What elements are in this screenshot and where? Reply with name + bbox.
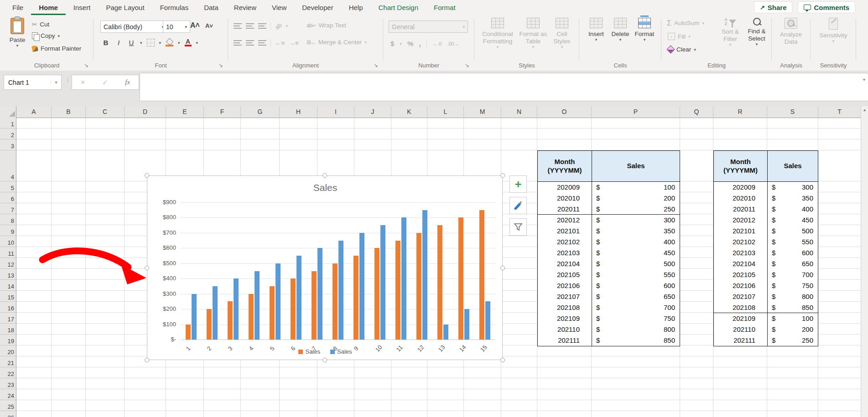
table-row[interactable]: 202104$500 [538, 258, 680, 269]
tab-format[interactable]: Format [426, 0, 463, 15]
chart-bar-orange-8[interactable] [333, 263, 338, 340]
table-row[interactable]: 202107$650 [538, 291, 680, 302]
column-header-O[interactable]: O [537, 106, 592, 118]
format-as-table-button[interactable]: Format as Table ▾ [518, 18, 548, 49]
sales-cell[interactable]: $350 [767, 193, 818, 204]
column-header-K[interactable]: K [391, 106, 427, 118]
table-row[interactable]: 202012$450 [714, 215, 818, 226]
month-cell[interactable]: 202105 [714, 269, 767, 280]
italic-button[interactable]: I [114, 39, 123, 46]
increase-font-button[interactable]: A˄ [190, 21, 200, 30]
table-row[interactable]: 202101$500 [714, 226, 818, 237]
month-cell[interactable]: 202103 [714, 247, 767, 258]
row-header-6[interactable]: 6 [0, 192, 16, 203]
month-cell[interactable]: 202110 [714, 324, 767, 335]
month-cell[interactable]: 202108 [538, 302, 592, 313]
table-row[interactable]: 202010$350 [714, 193, 818, 204]
row-header-16[interactable]: 16 [0, 302, 16, 313]
row-header-23[interactable]: 23 [0, 378, 16, 389]
table-row[interactable]: 202103$600 [714, 247, 818, 258]
formula-input[interactable] [140, 73, 868, 101]
fill-button[interactable]: ↓ Fill ▾ [668, 33, 691, 40]
tab-developer[interactable]: Developer [294, 0, 341, 15]
month-cell[interactable]: 202110 [538, 324, 592, 335]
share-button[interactable]: ↗ Share [754, 1, 793, 13]
chart-bar-orange-12[interactable] [416, 233, 421, 340]
chart-legend[interactable]: SalesSales [147, 348, 503, 355]
decrease-font-button[interactable]: A˅ [205, 22, 213, 29]
decrease-decimal-button[interactable]: .00→ [447, 41, 459, 46]
chart-bar-orange-2[interactable] [207, 309, 212, 340]
tab-file[interactable]: File [5, 0, 31, 15]
find-select-button[interactable]: Find & Select ▾ [745, 18, 768, 46]
month-cell[interactable]: 202010 [538, 193, 592, 204]
name-box-caret-icon[interactable]: ▾ [51, 80, 61, 85]
table-row[interactable]: 202109$100 [714, 313, 818, 324]
sales-cell[interactable]: $700 [767, 269, 818, 280]
tab-page-layout[interactable]: Page Layout [98, 0, 152, 15]
row-header-8[interactable]: 8 [0, 214, 16, 225]
align-center-icon[interactable] [246, 40, 254, 46]
chart-area[interactable]: Sales SalesSales $-$100$200$300$400$500$… [147, 175, 503, 360]
chart-bar-blue-8[interactable] [338, 241, 343, 340]
align-bottom-icon[interactable] [258, 23, 266, 29]
row-header-1[interactable]: 1 [0, 118, 16, 129]
month-cell[interactable]: 202101 [538, 226, 592, 237]
row-header-26[interactable]: 26 [0, 411, 16, 417]
row-header-11[interactable]: 11 [0, 247, 16, 258]
chart-bar-orange-9[interactable] [353, 256, 359, 340]
sales-cell[interactable]: $200 [767, 324, 818, 335]
row-header-2[interactable]: 2 [0, 129, 16, 139]
increase-decimal-button[interactable]: ←.0 [432, 41, 442, 46]
align-right-icon[interactable] [258, 40, 266, 46]
table-row[interactable]: 202106$600 [538, 280, 680, 291]
sales-cell[interactable]: $600 [592, 280, 680, 291]
paste-button[interactable]: Paste ▾ [6, 18, 28, 47]
row-header-4[interactable]: 4 [0, 150, 16, 181]
column-header-M[interactable]: M [464, 106, 501, 118]
increase-indent-icon[interactable]: →≡ [289, 40, 298, 46]
month-cell[interactable]: 202104 [714, 258, 767, 269]
sales-cell[interactable]: $300 [767, 182, 818, 193]
chart-bar-blue-5[interactable] [275, 263, 281, 340]
percent-button[interactable]: % [407, 40, 413, 47]
format-cells-button[interactable]: Format ▾ [633, 18, 656, 41]
column-header-S[interactable]: S [767, 106, 818, 118]
chart-bar-blue-6[interactable] [296, 256, 301, 340]
sales-cell[interactable]: $500 [592, 258, 680, 269]
cut-button[interactable]: ✂ Cut [32, 21, 49, 28]
row-header-21[interactable]: 21 [0, 356, 16, 367]
column-header-D[interactable]: D [125, 106, 166, 118]
sales-cell[interactable]: $850 [592, 335, 680, 346]
chart-bar-orange-11[interactable] [395, 241, 400, 340]
sales-cell[interactable]: $750 [592, 313, 680, 324]
sales-cell[interactable]: $850 [767, 302, 818, 313]
column-header-C[interactable]: C [86, 106, 125, 118]
table-row[interactable]: 202102$400 [538, 237, 680, 247]
font-dialog-launcher[interactable]: ↘ [217, 62, 224, 69]
chart-bar-blue-1[interactable] [192, 294, 197, 340]
month-cell[interactable]: 202109 [538, 313, 592, 324]
sales-cell[interactable]: $800 [767, 291, 818, 302]
sales-cell[interactable]: $600 [767, 247, 818, 258]
vertical-scrollbar[interactable]: ▲ [861, 106, 868, 417]
table-row[interactable]: 202108$700 [538, 302, 680, 313]
month-cell[interactable]: 202107 [714, 291, 767, 302]
month-cell[interactable]: 202011 [538, 204, 592, 214]
data-table-2[interactable]: Month(YYYYMM)Sales202009$300202010$35020… [713, 150, 818, 346]
row-header-5[interactable]: 5 [0, 181, 16, 192]
sales-cell[interactable]: $100 [592, 182, 680, 193]
table-row[interactable]: 202104$650 [714, 258, 818, 269]
month-cell[interactable]: 202101 [714, 226, 767, 237]
comma-button[interactable]: , [419, 39, 421, 48]
table-row[interactable]: 202106$750 [714, 280, 818, 291]
chart-title[interactable]: Sales [147, 182, 503, 193]
month-cell[interactable]: 202106 [714, 280, 767, 291]
table-row[interactable]: 202111$250 [714, 335, 818, 346]
insert-function-icon[interactable]: fx [125, 78, 130, 86]
row-header-18[interactable]: 18 [0, 324, 16, 335]
column-header-J[interactable]: J [354, 106, 391, 118]
sales-cell[interactable]: $200 [592, 193, 680, 204]
chart-bar-blue-12[interactable] [422, 210, 427, 340]
select-all-button[interactable] [0, 106, 16, 118]
